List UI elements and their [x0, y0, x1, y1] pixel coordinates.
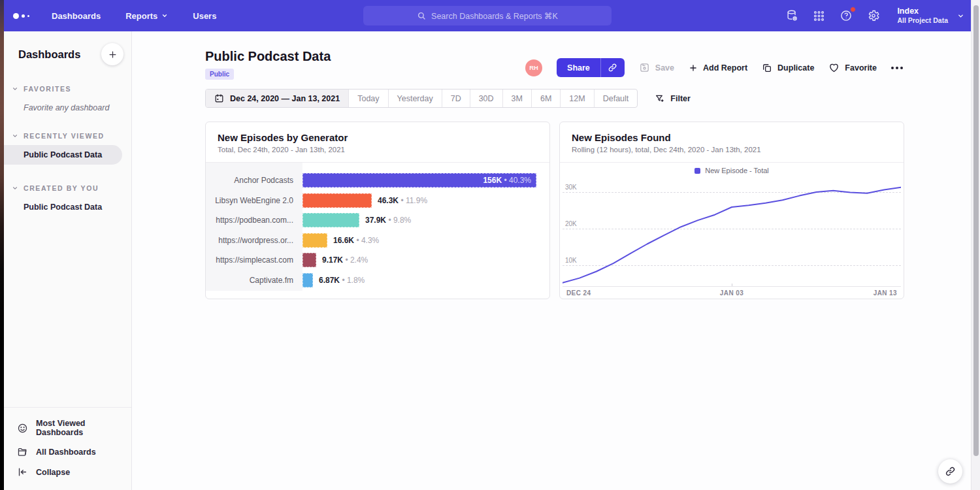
nav-item-label: Reports: [125, 11, 157, 21]
preset-7d[interactable]: 7D: [442, 90, 470, 107]
filter-button[interactable]: Filter: [655, 93, 691, 104]
bar-category-label: https://simplecast.com: [206, 253, 302, 267]
sidebar-section-recently-viewed[interactable]: RECENTLY VIEWED: [4, 132, 131, 140]
chart-subtitle: Total, Dec 24th, 2020 - Jan 13th, 2021: [218, 146, 538, 154]
bar-row[interactable]: https://simplecast.com9.17K • 2.4%: [206, 253, 549, 267]
chart-title: New Episodes by Generator: [218, 132, 538, 143]
heart-icon: [828, 62, 840, 73]
bar[interactable]: [302, 233, 327, 248]
calendar-icon: [214, 93, 224, 103]
link-icon: [945, 466, 956, 477]
save-button[interactable]: Save: [639, 62, 674, 73]
bar[interactable]: [302, 193, 372, 208]
search-input[interactable]: Search Dashboards & Reports ⌘K: [363, 6, 612, 25]
filter-label: Filter: [670, 94, 691, 103]
nav-item-label: Dashboards: [52, 11, 101, 21]
project-scope: All Project Data: [897, 16, 948, 25]
floating-link-button[interactable]: [938, 459, 962, 483]
project-switcher[interactable]: Index All Project Data: [897, 7, 964, 25]
duplicate-label: Duplicate: [777, 63, 814, 73]
help-icon[interactable]: [840, 9, 853, 22]
footer-item-label: All Dashboards: [36, 448, 96, 457]
share-button[interactable]: Share: [557, 58, 600, 77]
preset-12m[interactable]: 12M: [561, 90, 594, 107]
preset-30d[interactable]: 30D: [470, 90, 503, 107]
share-split-button: Share: [557, 58, 625, 77]
duplicate-button[interactable]: Duplicate: [762, 63, 814, 73]
scrollbar-thumb[interactable]: [973, 5, 979, 456]
collapse-sidebar-button[interactable]: Collapse: [4, 462, 131, 482]
page-title: Public Podcast Data: [205, 49, 331, 64]
project-name: Index: [897, 7, 948, 17]
add-report-button[interactable]: Add Report: [689, 63, 747, 73]
chart-legend: New Episode - Total: [560, 167, 904, 174]
card-header: New Episodes by Generator Total, Dec 24t…: [206, 122, 549, 163]
bar-value-label: 37.9K • 9.8%: [365, 213, 411, 227]
card-header: New Episodes Found Rolling (12 hours), t…: [560, 122, 904, 163]
card-new-episodes-by-generator[interactable]: New Episodes by Generator Total, Dec 24t…: [205, 122, 550, 299]
line-chart[interactable]: [563, 178, 901, 287]
section-label: CREATED BY YOU: [24, 184, 99, 192]
search-icon: [417, 11, 426, 20]
bar-row[interactable]: Anchor Podcasts156K • 40.3%: [206, 173, 549, 188]
most-viewed-dashboards-button[interactable]: Most Viewed Dashboards: [4, 414, 131, 442]
bar[interactable]: [302, 273, 313, 287]
avatar[interactable]: RH: [525, 59, 542, 76]
bar-category-label: Anchor Podcasts: [206, 173, 302, 188]
chart-title: New Episodes Found: [572, 132, 892, 143]
bar-value-label: 46.3K • 11.9%: [378, 193, 427, 208]
bar-row[interactable]: Libsyn WebEngine 2.046.3K • 11.9%: [206, 193, 549, 208]
vertical-scrollbar[interactable]: [971, 0, 980, 490]
bar-value-label: 6.87K • 1.8%: [319, 273, 365, 287]
chart-subtitle: Rolling (12 hours), total, Dec 24th, 202…: [572, 146, 892, 154]
sidebar: Dashboards FAVORITES Favorite any dashbo…: [4, 31, 132, 490]
sidebar-section-created-by-you[interactable]: CREATED BY YOU: [4, 184, 131, 192]
section-label: FAVORITES: [24, 85, 71, 93]
x-axis-tick: JAN 13: [874, 289, 897, 297]
bar-row[interactable]: https://wordpress.or...16.6K • 4.3%: [206, 233, 549, 248]
settings-gear-icon[interactable]: [867, 9, 880, 22]
add-report-label: Add Report: [703, 63, 747, 73]
bar[interactable]: [302, 213, 359, 227]
date-range-picker[interactable]: Dec 24, 2020 — Jan 13, 2021: [206, 90, 349, 107]
preset-default[interactable]: Default: [595, 90, 638, 107]
notification-dot: [850, 7, 856, 12]
dashboard-actions: RH Share Save Add Report Duplicate Favor…: [525, 58, 903, 77]
card-new-episodes-found[interactable]: New Episodes Found Rolling (12 hours), t…: [559, 122, 904, 299]
data-catalog-icon[interactable]: [785, 9, 798, 22]
legend-label: New Episode - Total: [705, 167, 769, 174]
all-dashboards-button[interactable]: All Dashboards: [4, 442, 131, 462]
more-options-button[interactable]: [891, 67, 903, 69]
add-dashboard-button[interactable]: [101, 43, 123, 65]
bar-value-label: 16.6K • 4.3%: [333, 233, 379, 248]
search-placeholder: Search Dashboards & Reports ⌘K: [431, 11, 558, 21]
x-axis-tick: JAN 03: [560, 289, 904, 297]
smiley-icon: [17, 423, 28, 434]
apps-grid-icon[interactable]: [813, 10, 825, 22]
favorite-button[interactable]: Favorite: [828, 62, 877, 73]
amplitude-logo-icon[interactable]: [13, 13, 29, 19]
preset-today[interactable]: Today: [349, 90, 388, 107]
bar-row[interactable]: https://podbean.com...37.9K • 9.8%: [206, 213, 549, 227]
nav-item-dashboards[interactable]: Dashboards: [52, 11, 101, 21]
share-label: Share: [567, 63, 590, 73]
nav-item-users[interactable]: Users: [193, 11, 216, 21]
preset-6m[interactable]: 6M: [532, 90, 561, 107]
nav-item-reports[interactable]: Reports: [125, 11, 168, 21]
nav-item-label: Users: [193, 11, 216, 21]
sidebar-item-public-podcast-data[interactable]: Public Podcast Data: [4, 145, 122, 165]
copy-link-button[interactable]: [600, 58, 625, 77]
sidebar-item-public-podcast-data-created[interactable]: Public Podcast Data: [4, 197, 131, 217]
bar-category-label: https://wordpress.or...: [206, 233, 302, 248]
sidebar-section-favorites[interactable]: FAVORITES: [4, 85, 131, 93]
date-range-value: Dec 24, 2020 — Jan 13, 2021: [230, 94, 340, 103]
preset-3m[interactable]: 3M: [503, 90, 532, 107]
bar[interactable]: [302, 253, 316, 267]
filter-funnel-icon: [655, 93, 665, 104]
bar-row[interactable]: Captivate.fm6.87K • 1.8%: [206, 273, 549, 287]
top-nav: Dashboards Reports Users Search Dashboar…: [4, 0, 971, 31]
favorite-label: Favorite: [845, 63, 877, 73]
preset-yesterday[interactable]: Yesterday: [389, 90, 442, 107]
sidebar-title: Dashboards: [18, 48, 80, 61]
bar-chart: Anchor Podcasts156K • 40.3%Libsyn WebEng…: [206, 163, 549, 299]
